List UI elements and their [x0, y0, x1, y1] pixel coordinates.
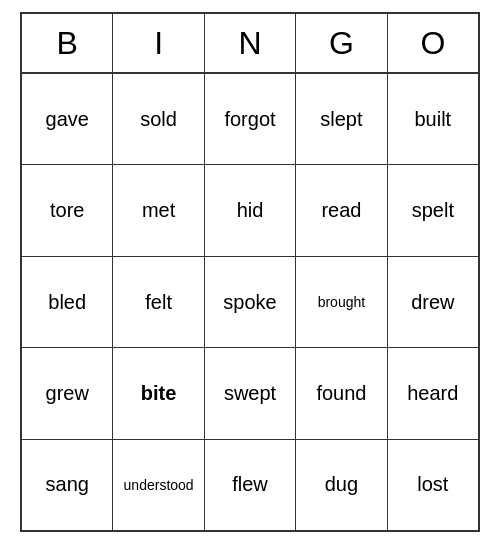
header-cell-G: G [296, 14, 387, 74]
bingo-cell-2-4: drew [388, 257, 478, 347]
bingo-row-4: sangunderstoodflewduglost [22, 440, 478, 530]
bingo-card: BINGO gavesoldforgotsleptbuilttoremethid… [20, 12, 480, 532]
bingo-cell-3-3: found [296, 348, 387, 438]
bingo-cell-4-0: sang [22, 440, 113, 530]
bingo-row-0: gavesoldforgotsleptbuilt [22, 74, 478, 165]
bingo-cell-1-4: spelt [388, 165, 478, 255]
header-cell-I: I [113, 14, 204, 74]
bingo-cell-0-1: sold [113, 74, 204, 164]
bingo-cell-0-4: built [388, 74, 478, 164]
header-cell-N: N [205, 14, 296, 74]
bingo-cell-2-3: brought [296, 257, 387, 347]
bingo-cell-3-0: grew [22, 348, 113, 438]
bingo-cell-3-4: heard [388, 348, 478, 438]
bingo-cell-4-4: lost [388, 440, 478, 530]
bingo-cell-4-2: flew [205, 440, 296, 530]
bingo-cell-1-2: hid [205, 165, 296, 255]
bingo-cell-1-1: met [113, 165, 204, 255]
header-cell-B: B [22, 14, 113, 74]
bingo-cell-4-1: understood [113, 440, 204, 530]
bingo-row-2: bledfeltspokebroughtdrew [22, 257, 478, 348]
bingo-row-3: grewbitesweptfoundheard [22, 348, 478, 439]
bingo-cell-0-0: gave [22, 74, 113, 164]
bingo-body: gavesoldforgotsleptbuilttoremethidreadsp… [22, 74, 478, 530]
bingo-cell-0-3: slept [296, 74, 387, 164]
bingo-cell-3-1: bite [113, 348, 204, 438]
bingo-cell-1-3: read [296, 165, 387, 255]
bingo-cell-4-3: dug [296, 440, 387, 530]
bingo-cell-1-0: tore [22, 165, 113, 255]
bingo-row-1: toremethidreadspelt [22, 165, 478, 256]
bingo-cell-0-2: forgot [205, 74, 296, 164]
bingo-cell-3-2: swept [205, 348, 296, 438]
header-row: BINGO [22, 14, 478, 74]
bingo-cell-2-0: bled [22, 257, 113, 347]
bingo-cell-2-1: felt [113, 257, 204, 347]
header-cell-O: O [388, 14, 478, 74]
bingo-cell-2-2: spoke [205, 257, 296, 347]
